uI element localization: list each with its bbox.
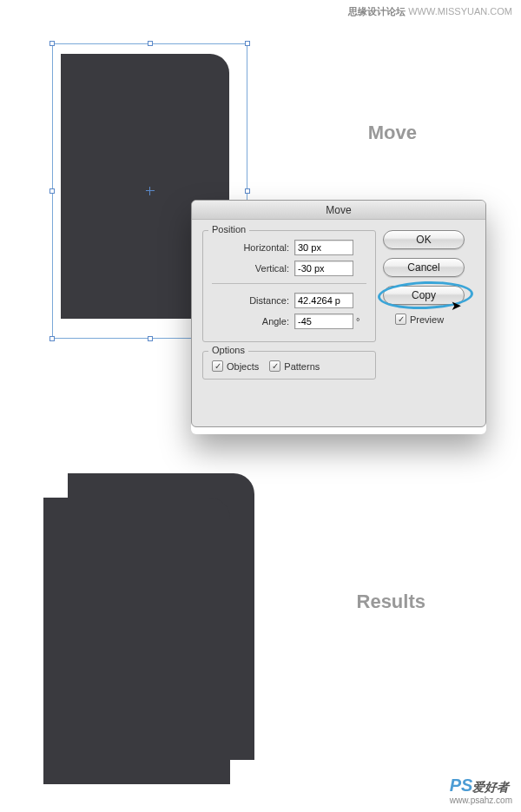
section-results: Results	[43, 473, 495, 795]
resize-handle-top-right[interactable]	[245, 41, 250, 46]
section-move: Move Move Position Horizontal: Vertical:	[35, 30, 504, 421]
watermark-top: 思缘设计论坛 WWW.MISSYUAN.COM	[348, 5, 512, 18]
checkmark-icon: ✓	[269, 360, 280, 372]
position-legend: Position	[208, 224, 249, 234]
preview-checkbox[interactable]: ✓ Preview	[395, 314, 472, 325]
objects-checkbox[interactable]: ✓ Objects	[212, 360, 259, 372]
resize-handle-top-middle[interactable]	[148, 41, 153, 46]
logo-chinese: 爱好者	[472, 780, 509, 794]
distance-input[interactable]	[294, 293, 353, 308]
resize-handle-middle-right[interactable]	[245, 188, 250, 194]
resize-handle-bottom-left[interactable]	[49, 336, 55, 341]
resize-handle-middle-left[interactable]	[49, 188, 55, 194]
objects-label: Objects	[227, 361, 259, 372]
section-label-move: Move	[368, 122, 417, 144]
vertical-input[interactable]	[294, 261, 353, 276]
logo-url: www.psahz.com	[450, 795, 512, 805]
angle-label: Angle:	[262, 316, 289, 327]
patterns-checkbox[interactable]: ✓ Patterns	[269, 360, 320, 372]
checkmark-icon: ✓	[395, 314, 406, 325]
patterns-label: Patterns	[284, 361, 320, 372]
horizontal-label: Horizontal:	[243, 242, 289, 253]
resize-handle-bottom-middle[interactable]	[148, 336, 153, 341]
options-legend: Options	[208, 345, 248, 355]
move-dialog: Move Position Horizontal: Vertical:	[191, 200, 486, 434]
ok-button[interactable]: OK	[383, 230, 465, 249]
divider	[212, 283, 366, 284]
dialog-title: Move	[192, 201, 485, 220]
logo-text: PS	[450, 776, 473, 795]
angle-input[interactable]	[294, 314, 353, 329]
position-group: Position Horizontal: Vertical:	[202, 230, 376, 342]
vertical-label: Vertical:	[255, 263, 289, 274]
cancel-button[interactable]: Cancel	[383, 258, 465, 277]
watermark-chinese: 思缘设计论坛	[348, 6, 406, 17]
copy-button[interactable]: Copy	[383, 286, 465, 305]
options-group: Options ✓ Objects ✓ Patterns	[202, 351, 376, 380]
preview-label: Preview	[410, 314, 444, 325]
checkmark-icon: ✓	[212, 360, 223, 372]
center-point-icon	[146, 187, 155, 195]
watermark-bottom: PS爱好者 www.psahz.com	[450, 776, 512, 805]
resize-handle-top-left[interactable]	[49, 41, 55, 46]
result-shape-front	[43, 498, 230, 784]
distance-label: Distance:	[249, 295, 289, 306]
result-shapes	[43, 473, 269, 786]
angle-unit: °	[356, 316, 366, 327]
watermark-url: WWW.MISSYUAN.COM	[408, 6, 512, 17]
horizontal-input[interactable]	[294, 240, 353, 255]
section-label-results: Results	[357, 591, 425, 613]
